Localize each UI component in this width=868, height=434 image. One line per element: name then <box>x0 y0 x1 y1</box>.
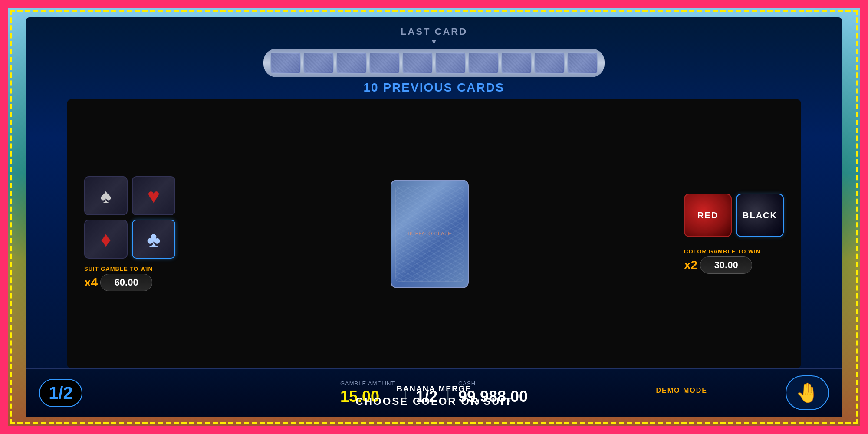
suit-amount-box: 60.00 <box>100 274 152 291</box>
card-slot-1 <box>270 52 301 74</box>
heart-button[interactable]: ♥ <box>132 176 175 215</box>
card-slot-8 <box>501 52 532 74</box>
card-slot-3 <box>336 52 367 74</box>
card-slot-5 <box>402 52 433 74</box>
last-card-section: LAST CARD ▼ 10 PREVIOUS CARDS <box>26 17 842 99</box>
hand-emoji: 🤚 <box>796 381 819 404</box>
heart-icon: ♥ <box>148 184 160 208</box>
last-card-label: LAST CARD <box>401 26 467 37</box>
card-pattern: BUFFALO BLAZE <box>395 186 464 282</box>
root: LAST CARD ▼ 10 PREVIOUS CARDS <box>0 0 868 434</box>
black-button[interactable]: BLACK <box>736 194 784 237</box>
diamond-icon: ♦ <box>101 227 112 251</box>
game-panel: ♠ ♥ ♦ ♣ SUIT GAMBLE TO WIN <box>67 99 801 368</box>
color-amount-box: 30.00 <box>700 256 752 274</box>
suit-row-top: ♠ ♥ <box>84 176 175 215</box>
bottom-bar: 1/2 GAMBLE AMOUNT 15.00 | 1/2 | CASH 99,… <box>26 368 842 417</box>
club-icon: ♣ <box>147 227 161 251</box>
card-slot-10 <box>567 52 598 74</box>
card-slot-9 <box>534 52 565 74</box>
red-button[interactable]: RED <box>684 194 732 237</box>
spade-button[interactable]: ♠ <box>84 176 128 215</box>
suit-row-bottom: ♦ ♣ <box>84 220 175 259</box>
card-slot-2 <box>303 52 334 74</box>
bottom-stats: GAMBLE AMOUNT 15.00 | 1/2 | CASH 99,988.… <box>82 380 786 406</box>
club-button[interactable]: ♣ <box>132 220 175 259</box>
previous-cards-label: 10 PREVIOUS CARDS <box>364 81 505 95</box>
red-label: RED <box>697 210 718 220</box>
suit-gamble-label: SUIT GAMBLE TO WIN <box>84 266 153 272</box>
suit-multiplier-row: x4 60.00 <box>84 274 153 291</box>
game-container: LAST CARD ▼ 10 PREVIOUS CARDS <box>26 17 842 417</box>
color-multiplier: x2 <box>684 258 697 272</box>
fraction-badge: 1/2 <box>39 379 82 407</box>
spade-icon: ♠ <box>100 184 112 208</box>
color-gamble-label: COLOR GAMBLE TO WIN <box>684 248 760 255</box>
game-name-label: BANANA MERGE <box>397 385 471 394</box>
color-buttons-row: RED BLACK <box>684 194 784 237</box>
card-slots-row <box>263 49 605 77</box>
card-slot-4 <box>369 52 400 74</box>
color-multiplier-row: x2 30.00 <box>684 256 760 274</box>
suit-multiplier: x4 <box>84 276 98 289</box>
color-section: RED BLACK COLOR GAMBLE TO WIN x2 30.00 <box>684 194 784 274</box>
card-center-text: BUFFALO BLAZE <box>408 231 451 236</box>
playing-card: BUFFALO BLAZE <box>391 180 469 288</box>
game-subtitle-label: CHOOSE COLOR OR SUIT <box>355 395 512 408</box>
center-info: BANANA MERGE CHOOSE COLOR OR SUIT <box>355 385 512 408</box>
suit-section: ♠ ♥ ♦ ♣ SUIT GAMBLE TO WIN <box>84 176 175 291</box>
arrow-down-icon: ▼ <box>431 38 437 46</box>
center-card: BUFFALO BLAZE <box>391 180 469 288</box>
black-label: BLACK <box>743 210 777 220</box>
diamond-button[interactable]: ♦ <box>84 220 128 259</box>
demo-mode-label: DEMO MODE <box>656 387 707 395</box>
card-slot-7 <box>468 52 499 74</box>
card-slot-6 <box>435 52 466 74</box>
hand-gesture-icon: 🤚 <box>786 375 829 410</box>
